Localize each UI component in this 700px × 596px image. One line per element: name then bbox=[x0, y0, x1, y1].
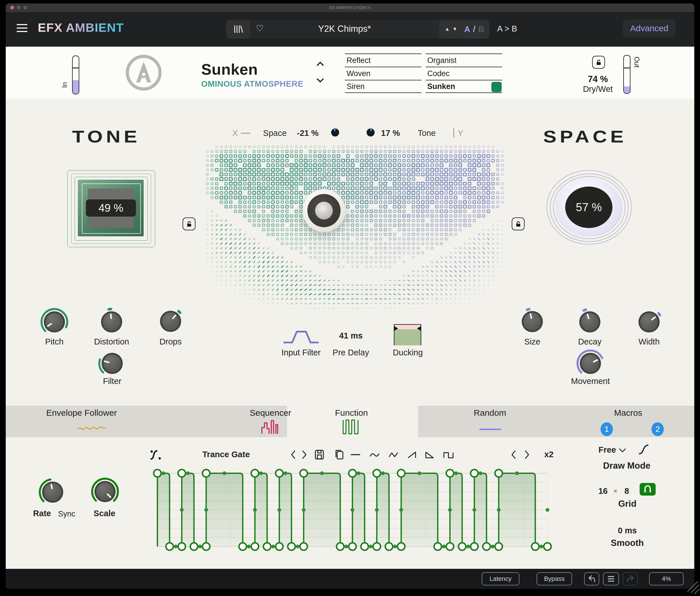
shape-next-icon[interactable] bbox=[300, 450, 308, 460]
predelay-value[interactable]: 41 ms bbox=[339, 331, 362, 340]
filter-label: Filter bbox=[103, 377, 121, 386]
ab-b-label[interactable]: B bbox=[478, 25, 484, 34]
menu-icon bbox=[607, 576, 615, 582]
drywet-lock-button[interactable] bbox=[592, 56, 605, 69]
shape-square-icon[interactable] bbox=[443, 451, 454, 459]
latency-button[interactable]: Latency bbox=[482, 572, 519, 586]
ducking-range-zone bbox=[394, 329, 421, 345]
bypass-button[interactable]: Bypass bbox=[536, 572, 572, 586]
undo-button[interactable] bbox=[584, 572, 599, 586]
input-level-meter bbox=[72, 55, 79, 95]
preset-list-item[interactable]: Codec bbox=[426, 67, 502, 80]
x-amount-knob[interactable] bbox=[330, 128, 340, 138]
drops-knob[interactable] bbox=[155, 306, 186, 337]
output-meter-label: Out bbox=[633, 57, 641, 68]
draw-mode-curve-icon[interactable] bbox=[638, 443, 650, 456]
tab-envelope-follower[interactable]: Envelope Follower bbox=[46, 408, 117, 418]
preset-quick-list-col2: Organist Codec Sunken bbox=[426, 53, 502, 93]
drywet-value[interactable]: 74 % bbox=[588, 74, 608, 84]
xy-assign-row: X Space -21 % 17 % Tone Y bbox=[232, 127, 463, 139]
preset-down-icon[interactable]: ▼ bbox=[452, 26, 457, 32]
macro-2-button[interactable]: 2 bbox=[652, 422, 664, 436]
envelope-follower-icon[interactable] bbox=[77, 426, 111, 432]
pattern-prev-icon[interactable] bbox=[510, 450, 518, 460]
size-knob[interactable] bbox=[517, 306, 548, 337]
save-icon[interactable] bbox=[314, 449, 325, 460]
width-knob[interactable] bbox=[633, 306, 665, 338]
snap-magnet-button[interactable] bbox=[640, 483, 656, 496]
shape-ramp-up-icon[interactable] bbox=[407, 451, 418, 459]
smooth-value[interactable]: 0 ms bbox=[618, 526, 637, 535]
ab-toggle[interactable]: A / B bbox=[459, 20, 490, 38]
preset-list-item[interactable]: Organist bbox=[426, 53, 502, 67]
y-axis-bar-icon bbox=[453, 128, 454, 138]
magnet-icon bbox=[643, 485, 652, 494]
preset-up-chevron-icon[interactable] bbox=[316, 61, 324, 67]
ab-separator: / bbox=[473, 25, 475, 34]
sync-toggle[interactable]: Sync bbox=[58, 510, 75, 518]
function-preset-title[interactable]: Trance Gate bbox=[202, 450, 250, 459]
preset-list-item[interactable]: Woven bbox=[345, 67, 422, 80]
tab-function[interactable]: Function bbox=[335, 408, 368, 418]
tab-sequencer[interactable]: Sequencer bbox=[250, 408, 291, 418]
preset-name[interactable]: Y2K Chimps* bbox=[226, 24, 463, 34]
unlock-icon bbox=[514, 220, 522, 228]
ducking-widget[interactable] bbox=[394, 324, 421, 345]
x-assign-name[interactable]: Space bbox=[263, 128, 286, 138]
distortion-label: Distortion bbox=[94, 337, 129, 346]
hamburger-menu-button[interactable] bbox=[17, 22, 27, 34]
redo-button[interactable] bbox=[623, 572, 638, 586]
function-panel: Trance Gate x2 Rate Sync Scale Free bbox=[6, 437, 694, 569]
movement-knob[interactable] bbox=[575, 348, 606, 379]
input-filter-icon[interactable] bbox=[282, 329, 320, 345]
ab-a-label[interactable]: A bbox=[464, 25, 470, 34]
sequencer-icon[interactable] bbox=[261, 419, 281, 435]
random-icon[interactable] bbox=[479, 429, 501, 430]
xy-pad-field[interactable] bbox=[200, 145, 509, 310]
drywet-label: Dry/Wet bbox=[583, 84, 613, 94]
shape-sine-icon[interactable] bbox=[370, 451, 380, 458]
scale-knob[interactable] bbox=[89, 476, 121, 507]
filter-knob[interactable] bbox=[96, 348, 128, 379]
draw-mode-value[interactable]: Free bbox=[598, 445, 616, 455]
resize-handle[interactable] bbox=[685, 579, 699, 595]
history-menu-button[interactable] bbox=[603, 572, 619, 586]
preset-up-icon[interactable]: ▲ bbox=[445, 26, 450, 32]
draw-mode-chevron-icon[interactable] bbox=[618, 447, 627, 453]
tab-random[interactable]: Random bbox=[474, 408, 506, 418]
shape-flat-icon[interactable] bbox=[350, 453, 360, 456]
shape-ramp-down-icon[interactable] bbox=[424, 451, 435, 459]
xy-pad-puck[interactable] bbox=[302, 189, 345, 232]
preset-info-row: In Sunken OMINOUS ATMOSPHERE Reflect Wov… bbox=[6, 47, 694, 99]
pitch-knob[interactable] bbox=[39, 306, 70, 338]
tone-lock-button[interactable] bbox=[182, 217, 196, 230]
y-amount-knob[interactable] bbox=[366, 128, 375, 138]
macro-1-button[interactable]: 1 bbox=[601, 422, 613, 436]
scale-label: Scale bbox=[94, 509, 115, 518]
y-assign-value[interactable]: 17 % bbox=[381, 128, 400, 138]
pattern-next-icon[interactable] bbox=[523, 450, 531, 460]
distortion-knob[interactable] bbox=[96, 306, 127, 338]
x-assign-value[interactable]: -21 % bbox=[297, 128, 319, 138]
pattern-repeat-toggle[interactable]: x2 bbox=[544, 450, 553, 459]
grid-rows-value[interactable]: 8 bbox=[624, 486, 629, 496]
shape-triangle-icon[interactable] bbox=[389, 451, 399, 458]
preset-list-item[interactable]: Siren bbox=[345, 80, 422, 93]
main-panel: TONE SPACE X Space -21 % 17 % Tone Y bbox=[6, 99, 694, 406]
ab-copy-button[interactable]: A > B bbox=[497, 24, 517, 33]
preset-down-chevron-icon[interactable] bbox=[316, 78, 324, 83]
advanced-button[interactable]: Advanced bbox=[623, 20, 675, 37]
y-assign-name[interactable]: Tone bbox=[418, 128, 435, 138]
space-lock-button[interactable] bbox=[512, 217, 525, 230]
decay-knob[interactable] bbox=[574, 306, 605, 338]
rate-knob[interactable] bbox=[37, 476, 68, 508]
grid-cols-value[interactable]: 16 bbox=[598, 486, 607, 496]
function-icon[interactable] bbox=[342, 419, 361, 435]
header-bar: EFX AMBIENT ♡ Y2K Chimps* ▲ ▼ A / B bbox=[6, 12, 694, 47]
trance-gate-editor[interactable] bbox=[150, 464, 554, 558]
preset-list-item-selected[interactable]: Sunken bbox=[426, 80, 502, 93]
copy-icon[interactable] bbox=[334, 449, 344, 460]
preset-list-item[interactable]: Reflect bbox=[345, 53, 422, 67]
shape-prev-icon[interactable] bbox=[290, 450, 297, 460]
zoom-level-button[interactable]: 4% bbox=[649, 572, 684, 586]
